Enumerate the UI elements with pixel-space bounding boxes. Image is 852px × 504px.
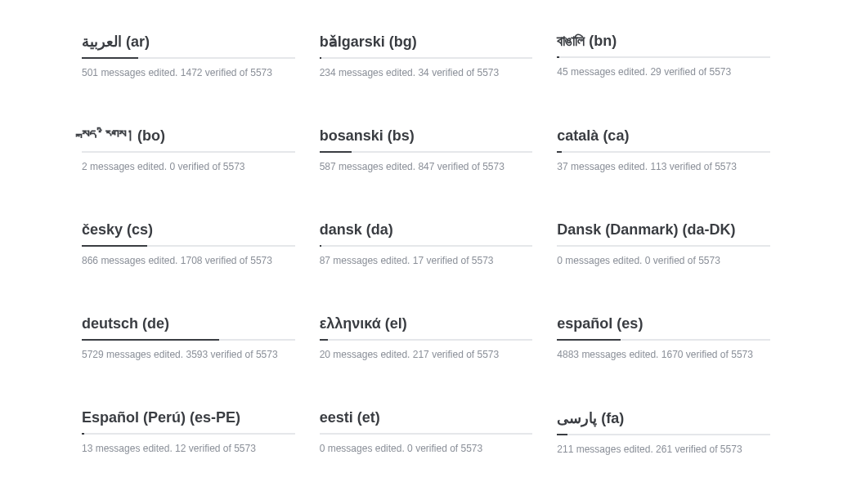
language-stats: 0 messages edited. 0 verified of 5573 [320,443,533,454]
progress-bar [320,151,533,153]
language-code: (bg) [385,33,417,50]
language-item-fa[interactable]: پارسی (fa)211 messages edited. 261 verif… [557,409,770,455]
language-stats: 20 messages edited. 217 verified of 5573 [320,349,533,360]
language-title: বাঙালি (bn) [557,33,770,50]
progress-bar [557,56,770,58]
verified-label: verified of [437,161,480,172]
language-code: (bo) [133,127,165,144]
total-count: 5573 [234,443,256,454]
verified-label: verified of [686,349,729,360]
total-count: 5573 [698,255,720,266]
language-code: (cs) [123,221,153,238]
edited-label: messages edited. [333,349,410,360]
progress-bar-fill [82,339,219,341]
progress-bar [82,245,295,247]
language-native-name: bosanski [320,127,383,144]
edited-count: 5729 [82,349,104,360]
language-item-ar[interactable]: العربية (ar)501 messages edited. 1472 ve… [82,33,295,78]
verified-label: verified of [426,255,469,266]
verified-count: 34 [418,67,428,78]
total-count: 5573 [710,66,732,78]
language-stats: 501 messages edited. 1472 verified of 55… [82,67,295,78]
verified-count: 1708 [181,255,203,266]
verified-label: verified of [432,349,474,360]
language-item-bo[interactable]: སྐད་རིགས། (bo)2 messages edited. 0 verif… [82,127,295,172]
language-code: (fa) [597,410,624,426]
edited-label: messages edited. [565,255,642,266]
progress-bar [82,433,295,435]
language-stats: 0 messages edited. 0 verified of 5573 [557,255,770,266]
language-stats: 45 messages edited. 29 verified of 5573 [557,66,770,78]
language-item-ca[interactable]: català (ca)37 messages edited. 113 verif… [557,127,770,172]
verified-label: verified of [177,161,220,172]
language-item-es[interactable]: español (es)4883 messages edited. 1670 v… [557,315,770,360]
progress-bar [82,339,295,341]
edited-count: 45 [557,66,567,78]
edited-count: 4883 [557,349,579,360]
edited-count: 13 [82,443,92,454]
verified-count: 1670 [661,349,684,360]
edited-count: 211 [557,444,573,455]
verified-label: verified of [415,443,458,454]
language-item-cs[interactable]: česky (cs)866 messages edited. 1708 veri… [82,221,295,266]
edited-count: 87 [320,255,330,266]
language-title: eesti (et) [320,409,533,426]
verified-count: 0 [645,255,651,266]
edited-label: messages edited. [333,255,410,266]
language-item-el[interactable]: ελληνικά (el)20 messages edited. 217 ver… [320,315,533,360]
progress-bar-fill [320,151,352,153]
language-stats: 37 messages edited. 113 verified of 5573 [557,161,770,172]
progress-bar-fill [82,433,84,435]
progress-bar-fill [557,151,561,153]
edited-count: 234 [320,67,336,78]
language-native-name: ελληνικά [320,315,381,332]
verified-count: 1472 [181,67,203,78]
language-title: català (ca) [557,127,770,145]
total-count: 5573 [478,349,500,360]
progress-bar [557,339,770,341]
progress-bar-fill [82,245,147,247]
total-count: 5573 [715,161,737,172]
edited-count: 2 [82,161,87,172]
verified-label: verified of [653,255,696,266]
language-item-da-DK[interactable]: Dansk (Danmark) (da-DK)0 messages edited… [557,221,770,266]
verified-label: verified of [211,349,253,360]
progress-bar [557,151,770,153]
language-code: (de) [138,315,169,332]
language-native-name: العربية [82,33,122,50]
language-item-de[interactable]: deutsch (de)5729 messages edited. 3593 v… [82,315,295,360]
language-code: (es-PE) [186,409,240,426]
language-item-bs[interactable]: bosanski (bs)587 messages edited. 847 ve… [320,127,533,172]
language-stats: 4883 messages edited. 1670 verified of 5… [557,349,770,360]
verified-label: verified of [205,255,248,266]
edited-label: messages edited. [571,66,648,78]
language-code: (da) [362,221,393,238]
edited-count: 0 [320,443,325,454]
language-title: پارسی (fa) [557,409,770,427]
progress-bar-fill [320,245,322,247]
language-item-es-PE[interactable]: Español (Perú) (es-PE)13 messages edited… [82,409,295,455]
edited-count: 37 [557,161,567,172]
language-native-name: català [557,127,599,144]
language-item-et[interactable]: eesti (et)0 messages edited. 0 verified … [320,409,533,455]
language-item-bg[interactable]: bǎlgarski (bg)234 messages edited. 34 ve… [320,33,533,78]
language-native-name: bǎlgarski [320,33,385,50]
language-title: Español (Perú) (es-PE) [82,409,295,426]
language-item-da[interactable]: dansk (da)87 messages edited. 17 verifie… [320,221,533,266]
edited-label: messages edited. [328,443,405,454]
language-native-name: eesti [320,409,353,426]
progress-bar-fill [320,339,328,341]
edited-label: messages edited. [581,349,658,360]
verified-label: verified of [205,67,248,78]
verified-count: 0 [407,443,413,454]
progress-bar [320,339,533,341]
edited-label: messages edited. [101,255,177,266]
edited-label: messages edited. [101,67,177,78]
language-stats: 13 messages edited. 12 verified of 5573 [82,443,295,454]
language-stats: 211 messages edited. 261 verified of 557… [557,444,770,455]
language-code: (bs) [383,127,415,144]
language-item-bn[interactable]: বাঙালি (bn)45 messages edited. 29 verifi… [557,33,770,78]
language-native-name: Dansk (Danmark) [557,221,678,238]
edited-label: messages edited. [576,444,653,455]
language-code: (da-DK) [678,221,735,238]
